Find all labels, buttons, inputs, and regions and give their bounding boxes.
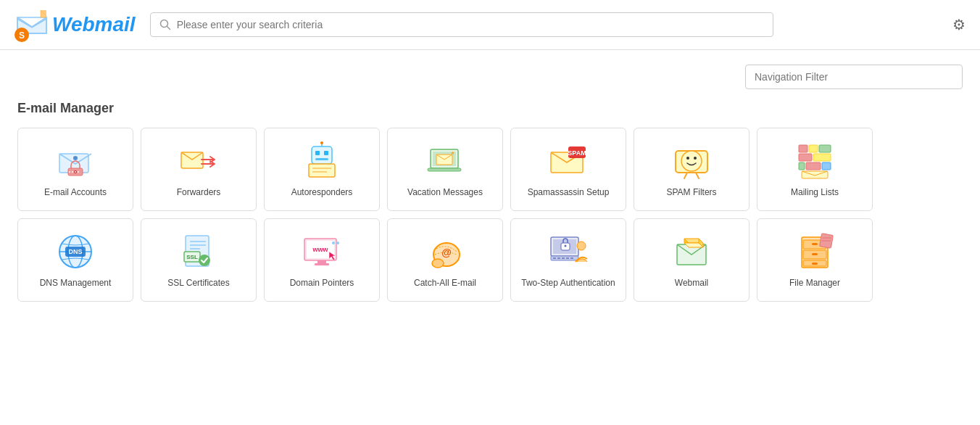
svg-rect-17 <box>312 147 332 164</box>
card-label: SSL Certificates <box>167 278 230 289</box>
svg-text:SSL: SSL <box>186 254 198 260</box>
svg-rect-79 <box>562 257 565 259</box>
svg-point-14 <box>75 171 76 173</box>
card-ssl-certificates[interactable]: SSL SSL Certificates <box>141 218 257 302</box>
logo-label: Webmail <box>52 13 136 36</box>
svg-point-67 <box>332 242 335 244</box>
svg-rect-44 <box>813 154 831 161</box>
dns-icon: DNS <box>55 231 96 272</box>
card-label: Two-Step Authentication <box>521 278 615 289</box>
card-label: Mailing Lists <box>791 187 839 199</box>
svg-rect-93 <box>812 253 818 255</box>
webmail-icon <box>671 231 712 272</box>
svg-point-13 <box>72 171 73 173</box>
spam-filters-icon <box>671 141 712 181</box>
svg-text:S: S <box>19 30 25 41</box>
svg-rect-46 <box>806 162 821 170</box>
card-spamassassin[interactable]: SPAM Spamassassin Setup <box>510 128 626 211</box>
svg-text:SPAM: SPAM <box>568 149 586 157</box>
card-label: Domain Pointers <box>290 278 354 289</box>
vacation-messages-icon <box>425 141 465 181</box>
search-bar <box>150 12 773 37</box>
card-file-manager[interactable]: File Manager <box>757 218 873 302</box>
svg-rect-77 <box>553 257 556 259</box>
svg-rect-19 <box>324 151 328 155</box>
svg-line-7 <box>167 27 170 30</box>
svg-point-12 <box>69 171 70 173</box>
svg-point-22 <box>320 141 323 144</box>
card-catch-all-email[interactable]: @ Catch-All E-mail <box>387 218 503 302</box>
nav-filter-input[interactable] <box>745 65 963 89</box>
card-label: File Manager <box>789 278 840 289</box>
header: S Webmail ⚙ <box>0 0 980 50</box>
card-label: Webmail <box>675 278 708 289</box>
svg-rect-43 <box>799 154 812 161</box>
card-email-accounts[interactable]: E-mail Accounts <box>17 128 133 211</box>
svg-rect-92 <box>812 243 818 245</box>
file-manager-icon <box>794 231 835 272</box>
card-dns-management[interactable]: DNS DNS Management <box>17 218 133 302</box>
email-manager-grid: E-mail Accounts Forwarders <box>17 128 963 302</box>
svg-point-70 <box>432 259 444 268</box>
two-step-icon <box>548 231 589 272</box>
svg-rect-41 <box>809 145 818 152</box>
card-label: Vacation Messages <box>407 187 483 199</box>
logo[interactable]: S Webmail <box>14 7 136 42</box>
card-two-step-auth[interactable]: Two-Step Authentication <box>510 218 626 302</box>
card-webmail[interactable]: Webmail <box>634 218 749 302</box>
svg-rect-94 <box>812 263 818 265</box>
svg-point-68 <box>336 242 339 244</box>
logo-icon: S <box>14 7 49 42</box>
card-autoresponders[interactable]: Autoresponders <box>264 128 380 211</box>
catch-all-icon: @ <box>425 231 465 272</box>
card-spam-filters[interactable]: SPAM Filters <box>634 128 749 211</box>
card-label: E-mail Accounts <box>44 187 107 199</box>
gear-button[interactable]: ⚙ <box>952 16 966 33</box>
svg-line-38 <box>684 173 687 178</box>
svg-text:www: www <box>312 246 328 253</box>
svg-line-39 <box>696 173 699 178</box>
gear-icon: ⚙ <box>952 17 966 33</box>
card-label: Spamassassin Setup <box>528 187 610 199</box>
svg-point-15 <box>78 171 79 173</box>
svg-rect-20 <box>315 158 328 160</box>
ssl-icon: SSL <box>178 231 219 272</box>
svg-rect-80 <box>566 257 569 259</box>
svg-rect-81 <box>570 257 573 259</box>
svg-rect-47 <box>822 162 831 170</box>
card-vacation-messages[interactable]: Vacation Messages <box>387 128 503 211</box>
email-accounts-icon <box>55 141 96 181</box>
svg-rect-18 <box>315 151 320 155</box>
card-label: Autoresponders <box>291 187 353 199</box>
svg-point-37 <box>694 157 697 160</box>
svg-rect-45 <box>799 162 805 170</box>
svg-point-11 <box>73 156 78 160</box>
card-label: SPAM Filters <box>666 187 716 199</box>
forwarders-icon <box>178 141 219 181</box>
spamassassin-icon: SPAM <box>548 141 589 181</box>
svg-rect-65 <box>315 263 329 265</box>
svg-rect-78 <box>557 257 560 259</box>
card-mailing-lists[interactable]: Mailing Lists <box>757 128 873 211</box>
nav-filter-row <box>17 65 963 89</box>
domain-pointers-icon: www <box>302 231 342 272</box>
mailing-lists-icon <box>794 141 835 181</box>
autoresponders-icon <box>302 141 342 181</box>
card-label: DNS Management <box>40 278 112 289</box>
svg-rect-23 <box>309 164 335 177</box>
card-domain-pointers[interactable]: www Domain Pointers <box>264 218 380 302</box>
card-label: Forwarders <box>177 187 221 199</box>
svg-point-82 <box>577 242 586 250</box>
svg-point-57 <box>199 255 210 266</box>
svg-rect-30 <box>428 168 461 171</box>
svg-point-35 <box>681 151 702 171</box>
card-forwarders[interactable]: Forwarders <box>141 128 257 211</box>
svg-text:DNS: DNS <box>68 248 82 255</box>
svg-rect-42 <box>819 145 831 152</box>
svg-rect-40 <box>799 145 807 152</box>
svg-point-75 <box>565 244 567 247</box>
svg-rect-64 <box>317 260 326 263</box>
search-input[interactable] <box>177 19 764 30</box>
card-label: Catch-All E-mail <box>414 278 476 289</box>
search-icon <box>159 19 171 30</box>
